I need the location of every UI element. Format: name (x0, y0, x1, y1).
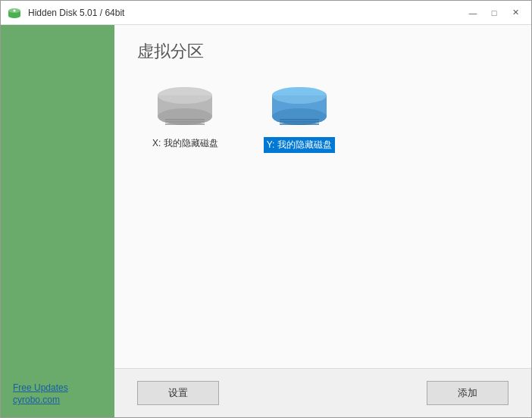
content-area: Free Updates cyrobo.com 虚拟分区 (1, 25, 531, 417)
disk-icon-blue-svg (269, 86, 330, 130)
disk-label-x: X: 我的隐藏磁盘 (152, 137, 218, 150)
disk-container: X: 我的隐藏磁盘 (137, 86, 509, 153)
app-icon (7, 5, 22, 20)
app-icon-svg (8, 6, 21, 20)
disk-icon-y (269, 86, 330, 131)
svg-point-10 (158, 87, 212, 104)
svg-point-17 (272, 87, 327, 104)
window-title: Hidden Disk 5.01 / 64bit (28, 8, 124, 18)
cyrobo-link[interactable]: cyrobo.com (13, 395, 102, 405)
page-title: 虚拟分区 (137, 40, 509, 63)
right-panel: 虚拟分区 (114, 25, 531, 417)
sidebar-links: Free Updates cyrobo.com (13, 382, 102, 405)
disk-icon-gray-svg (155, 86, 215, 130)
maximize-button[interactable]: □ (484, 5, 504, 20)
disk-icon-x (155, 86, 215, 131)
settings-button[interactable]: 设置 (137, 381, 219, 405)
sidebar: Free Updates cyrobo.com (1, 25, 114, 417)
close-button[interactable]: ✕ (505, 5, 525, 20)
disk-label-y: Y: 我的隐藏磁盘 (264, 137, 335, 153)
window-controls: — □ ✕ (463, 5, 525, 20)
add-button[interactable]: 添加 (427, 381, 509, 405)
minimize-button[interactable]: — (463, 5, 483, 20)
main-window: Hidden Disk 5.01 / 64bit — □ ✕ Free Upda… (0, 0, 532, 418)
disk-item-y[interactable]: Y: 我的隐藏磁盘 (264, 86, 335, 153)
button-bar: 设置 添加 (114, 368, 531, 417)
disk-item-x[interactable]: X: 我的隐藏磁盘 (152, 86, 218, 150)
svg-point-3 (14, 9, 16, 11)
free-updates-link[interactable]: Free Updates (13, 382, 102, 393)
main-panel: 虚拟分区 (114, 25, 531, 368)
title-bar-left: Hidden Disk 5.01 / 64bit (7, 5, 124, 20)
title-bar: Hidden Disk 5.01 / 64bit — □ ✕ (1, 1, 531, 25)
